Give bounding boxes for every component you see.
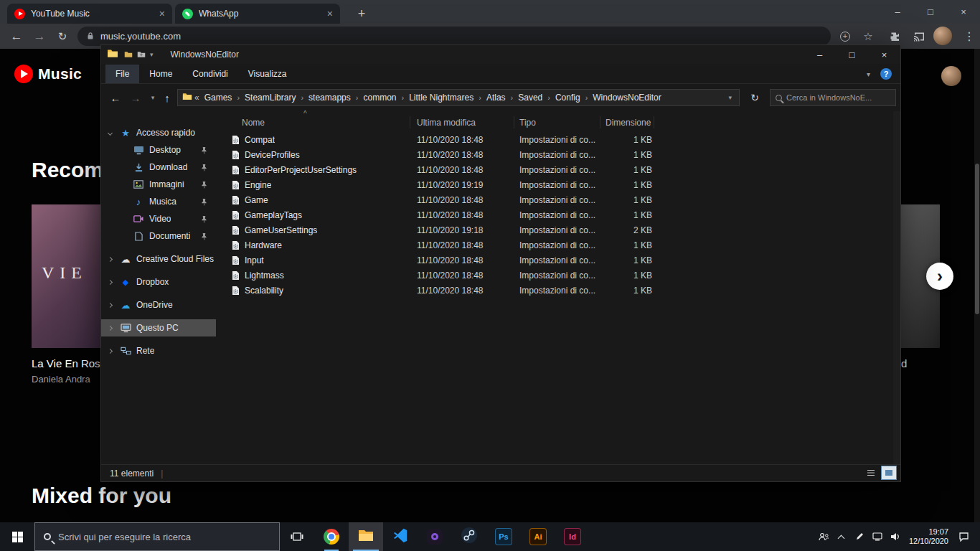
expander-icon[interactable] [108, 325, 113, 330]
column-header-modified[interactable]: Ultima modifica [417, 118, 476, 128]
explorer-search-box[interactable] [770, 89, 896, 106]
breadcrumb-item[interactable]: Saved [515, 93, 545, 103]
file-row[interactable]: Game 11/10/2020 18:48 Impostazioni di co… [216, 193, 893, 208]
taskbar-steam-button[interactable] [452, 522, 486, 551]
tab-close-icon[interactable]: × [327, 8, 333, 19]
breadcrumb-item[interactable]: SteamLibrary [242, 93, 298, 103]
breadcrumb-overflow-icon[interactable]: « [192, 93, 202, 103]
youtube-account-avatar[interactable] [941, 66, 961, 86]
breadcrumb-item[interactable]: Atlas [484, 93, 509, 103]
breadcrumb-item[interactable]: Config [552, 93, 583, 103]
ribbon-expand-chevron-icon[interactable]: ▾ [867, 70, 870, 78]
address-bar[interactable]: music.youtube.com [77, 27, 831, 46]
taskbar-search-box[interactable] [34, 522, 280, 551]
explorer-minimize-button[interactable]: – [804, 45, 836, 64]
refresh-icon[interactable]: ↻ [745, 89, 764, 106]
file-row[interactable]: Lightmass 11/10/2020 18:48 Impostazioni … [216, 268, 893, 283]
taskbar-indesign-button[interactable]: Id [555, 522, 590, 551]
sidebar-item-download[interactable]: Download [101, 159, 216, 176]
taskbar-file-explorer-button[interactable] [349, 522, 383, 551]
file-row[interactable]: DeviceProfiles 11/10/2020 18:48 Impostaz… [216, 148, 893, 163]
breadcrumb[interactable]: « Games › SteamLibrary › steamapps › com… [177, 89, 740, 106]
expander-icon[interactable] [108, 256, 113, 261]
taskbar-clock[interactable]: 19:07 12/10/2020 [904, 527, 951, 546]
sidebar-item-network[interactable]: Rete [101, 342, 216, 359]
breadcrumb-separator-icon[interactable]: › [354, 93, 361, 102]
explorer-search-input[interactable] [786, 93, 890, 102]
cast-icon[interactable] [908, 24, 930, 49]
expander-icon[interactable] [108, 348, 113, 353]
volume-icon[interactable] [886, 522, 904, 551]
browser-forward-button[interactable]: → [29, 24, 50, 49]
column-header-size[interactable]: Dimensione [606, 118, 651, 128]
sidebar-item-pictures[interactable]: Immagini [101, 176, 216, 193]
taskbar-vscode-button[interactable] [383, 522, 418, 551]
sidebar-item-videos[interactable]: Video [101, 210, 216, 227]
sidebar-item-quick-access[interactable]: ★ Accesso rapido [101, 124, 216, 141]
action-center-button[interactable] [951, 522, 976, 551]
sidebar-item-this-pc[interactable]: Questo PC [101, 319, 216, 336]
browser-menu-dots-icon[interactable]: ⋮ [958, 24, 980, 49]
sidebar-item-desktop[interactable]: Desktop [101, 141, 216, 159]
file-row[interactable]: GameUserSettings 11/10/2020 19:18 Impost… [216, 223, 893, 238]
new-tab-button[interactable]: + [353, 5, 370, 22]
window-maximize-button[interactable]: □ [914, 0, 947, 24]
file-row[interactable]: Compat 11/10/2020 18:48 Impostazioni di … [216, 133, 893, 148]
file-row[interactable]: Engine 11/10/2020 19:19 Impostazioni di … [216, 178, 893, 193]
ribbon-tab-view[interactable]: Visualizza [238, 65, 297, 83]
breadcrumb-separator-icon[interactable]: › [399, 93, 406, 102]
explorer-up-button[interactable]: ↑ [159, 89, 176, 106]
start-button[interactable] [0, 522, 34, 551]
help-icon[interactable]: ? [880, 68, 892, 80]
breadcrumb-separator-icon[interactable]: › [583, 93, 590, 102]
tab-close-icon[interactable]: × [159, 8, 165, 19]
explorer-back-button[interactable]: ← [107, 89, 124, 106]
window-close-button[interactable]: × [947, 0, 980, 24]
sidebar-item-onedrive[interactable]: ☁ OneDrive [101, 296, 216, 314]
taskbar-chrome-button[interactable] [314, 522, 349, 551]
sidebar-item-documents[interactable]: Documenti [101, 227, 216, 245]
file-row[interactable]: Hardware 11/10/2020 18:48 Impostazioni d… [216, 238, 893, 253]
tab-youtube-music[interactable]: YouTube Music × [7, 4, 172, 24]
explorer-title-bar[interactable]: ▾ WindowsNoEditor – □ × [101, 45, 900, 64]
expander-icon[interactable] [108, 130, 113, 135]
ribbon-tab-share[interactable]: Condividi [182, 65, 237, 83]
explorer-maximize-button[interactable]: □ [836, 45, 868, 64]
breadcrumb-item[interactable]: steamapps [306, 93, 354, 103]
file-row[interactable]: Input 11/10/2020 18:48 Impostazioni di c… [216, 253, 893, 268]
browser-profile-avatar[interactable] [933, 27, 952, 45]
breadcrumb-separator-icon[interactable]: › [476, 93, 484, 102]
network-icon[interactable] [868, 522, 886, 551]
youtube-music-logo[interactable]: Music [14, 65, 82, 83]
people-icon[interactable] [814, 522, 832, 551]
details-view-button[interactable] [864, 466, 878, 479]
windows-ink-pen-icon[interactable] [850, 522, 868, 551]
tab-whatsapp[interactable]: WhatsApp × [175, 4, 340, 24]
breadcrumb-separator-icon[interactable]: › [509, 93, 516, 102]
thumbnails-view-button[interactable] [882, 466, 896, 479]
carousel-next-button[interactable]: › [926, 263, 953, 290]
expander-icon[interactable] [108, 302, 113, 307]
explorer-close-button[interactable]: × [868, 45, 900, 64]
taskbar-illustrator-button[interactable]: Ai [521, 522, 555, 551]
file-row[interactable]: EditorPerProjectUserSettings 11/10/2020 … [216, 163, 893, 178]
ribbon-tab-home[interactable]: Home [139, 65, 182, 83]
breadcrumb-separator-icon[interactable]: › [298, 93, 306, 102]
browser-reload-button[interactable]: ↻ [52, 24, 73, 49]
qat-properties-icon[interactable] [124, 48, 133, 61]
file-row[interactable]: Scalability 11/10/2020 18:48 Impostazion… [216, 283, 893, 298]
file-list-scrollbar[interactable] [893, 111, 900, 464]
breadcrumb-item[interactable]: WindowsNoEditor [590, 93, 664, 103]
address-dropdown-chevron-icon[interactable]: ▾ [725, 94, 735, 101]
window-minimize-button[interactable]: – [881, 0, 914, 24]
scrollbar-thumb[interactable] [975, 164, 979, 314]
ribbon-tab-file[interactable]: File [105, 65, 139, 83]
expander-icon[interactable] [108, 279, 113, 284]
sidebar-item-dropbox[interactable]: ◆ Dropbox [101, 273, 216, 291]
column-header-type[interactable]: Tipo [519, 118, 536, 128]
taskbar-purple-app-button[interactable] [418, 522, 452, 551]
breadcrumb-separator-icon[interactable]: › [545, 93, 552, 102]
column-header-name[interactable]: Nome [242, 118, 265, 128]
explorer-forward-button[interactable]: → [127, 89, 144, 106]
hidden-icons-chevron-icon[interactable] [832, 522, 850, 551]
